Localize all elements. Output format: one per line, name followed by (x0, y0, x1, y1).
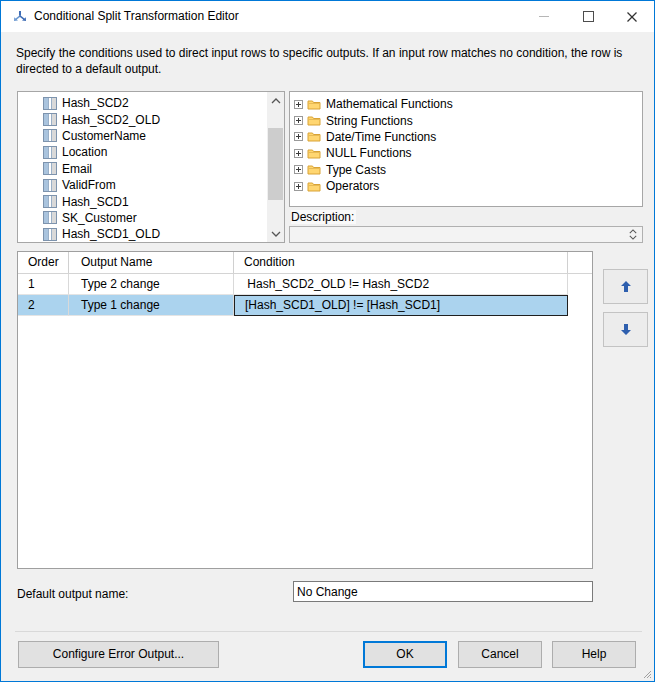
tree-item-column[interactable]: SK_Customer (43, 210, 284, 226)
column-icon (43, 113, 57, 126)
tree-item-column[interactable]: ValidFrom (43, 177, 284, 193)
folder-icon (307, 131, 321, 142)
tree-item-column[interactable]: Hash_SCD2 (43, 95, 284, 111)
tree-item-column[interactable]: CustomerName (43, 128, 284, 144)
expand-plus-icon[interactable] (294, 182, 303, 191)
grid-header-order[interactable]: Order (18, 252, 69, 273)
close-button[interactable] (610, 1, 654, 32)
expand-plus-icon[interactable] (294, 132, 303, 141)
bottom-separator (15, 631, 642, 632)
folder-icon (307, 164, 321, 175)
functions-tree-panel[interactable]: Mathematical Functions String Functions … (289, 91, 643, 207)
columns-tree-items: Hash_SCD2 Hash_SCD2_OLD CustomerName Loc… (18, 92, 284, 243)
folder-icon (307, 115, 321, 126)
maximize-button[interactable] (566, 1, 610, 32)
dialog-description: Specify the conditions used to direct in… (16, 45, 633, 77)
tree-item-column[interactable]: Location (43, 144, 284, 160)
configure-error-output-button[interactable]: Configure Error Output... (18, 641, 219, 668)
close-icon (626, 11, 638, 23)
scroll-up-arrow[interactable] (267, 92, 284, 109)
ok-button[interactable]: OK (363, 641, 447, 668)
folder-icon (307, 181, 321, 192)
description-field-label: Description: (291, 210, 356, 224)
move-condition-down-button[interactable] (603, 312, 648, 347)
column-label: Hash_SCD2 (62, 96, 129, 110)
grid-cell-output-name[interactable]: Type 2 change (69, 274, 234, 295)
function-group-label: NULL Functions (326, 146, 412, 160)
folder-icon (307, 148, 321, 159)
column-label: SK_Customer (62, 211, 137, 225)
column-label: Hash_SCD1_OLD (62, 227, 160, 241)
tree-item-function-group[interactable]: Mathematical Functions (294, 96, 642, 112)
tree-item-function-group[interactable]: Date/Time Functions (294, 129, 642, 145)
column-icon (43, 97, 57, 110)
column-label: Hash_SCD1 (62, 195, 129, 209)
grid-cell-order[interactable]: 1 (18, 274, 69, 295)
grid-header-condition[interactable]: Condition (234, 252, 568, 273)
grid-cell-condition[interactable]: Hash_SCD2_OLD != Hash_SCD2 (234, 274, 568, 295)
function-group-label: Mathematical Functions (326, 97, 453, 111)
tree-item-column[interactable]: Hash_SCD1 (43, 193, 284, 209)
function-group-label: Operators (326, 179, 379, 193)
tree-item-column[interactable]: Email (43, 161, 284, 177)
arrow-up-icon (621, 281, 631, 292)
column-icon (43, 129, 57, 142)
spinner-arrows[interactable] (627, 227, 639, 242)
column-icon (43, 195, 57, 208)
grid-cell-condition-focused[interactable]: [Hash_SCD1_OLD] != [Hash_SCD1] (234, 295, 568, 316)
expand-plus-icon[interactable] (294, 165, 303, 174)
functions-tree-items: Mathematical Functions String Functions … (290, 92, 642, 194)
title-bar[interactable]: Conditional Split Transformation Editor (1, 1, 654, 32)
window-title: Conditional Split Transformation Editor (34, 1, 239, 32)
grid-row-2-selected[interactable]: 2 Type 1 change [Hash_SCD1_OLD] != [Hash… (18, 295, 592, 316)
expand-plus-icon[interactable] (294, 116, 303, 125)
column-label: CustomerName (62, 129, 146, 143)
function-group-label: Date/Time Functions (326, 130, 436, 144)
chevron-up-icon (629, 229, 637, 234)
arrow-down-icon (621, 324, 631, 335)
column-icon (43, 146, 57, 159)
chevron-up-icon (271, 98, 281, 104)
conditions-grid[interactable]: Order Output Name Condition 1 Type 2 cha… (17, 251, 593, 569)
column-label: Email (62, 162, 92, 176)
column-icon (43, 228, 57, 241)
conditional-split-editor-window: Conditional Split Transformation Editor … (0, 0, 655, 682)
column-label: ValidFrom (62, 178, 116, 192)
grid-header-row: Order Output Name Condition (18, 252, 592, 274)
expand-plus-icon[interactable] (294, 149, 303, 158)
expand-plus-icon[interactable] (294, 100, 303, 109)
function-group-label: String Functions (326, 114, 413, 128)
function-group-label: Type Casts (326, 163, 386, 177)
tree-item-function-group[interactable]: NULL Functions (294, 145, 642, 161)
grid-cell-output-name[interactable]: Type 1 change (69, 295, 234, 316)
resize-grip[interactable] (643, 670, 652, 679)
default-output-name-label: Default output name: (17, 587, 128, 601)
grid-header-output-name[interactable]: Output Name (69, 252, 234, 273)
maximize-icon (583, 11, 594, 22)
column-label: Hash_SCD2_OLD (62, 113, 160, 127)
tree-item-column[interactable]: Hash_SCD2_OLD (43, 111, 284, 127)
minimize-button (522, 1, 566, 32)
tree-item-function-group[interactable]: Type Casts (294, 162, 642, 178)
column-label: Location (62, 145, 107, 159)
help-button[interactable]: Help (552, 641, 636, 668)
chevron-down-icon (271, 231, 281, 237)
column-icon (43, 179, 57, 192)
columns-tree-scrollbar[interactable] (267, 92, 284, 242)
tree-item-function-group[interactable]: Operators (294, 178, 642, 194)
tree-item-function-group[interactable]: String Functions (294, 112, 642, 128)
chevron-down-icon (629, 235, 637, 240)
scrollbar-thumb[interactable] (268, 128, 283, 200)
conditional-split-app-icon (12, 9, 28, 25)
default-output-name-input[interactable] (293, 581, 593, 602)
grid-cell-order[interactable]: 2 (18, 295, 69, 316)
description-field[interactable] (289, 226, 643, 243)
move-condition-up-button[interactable] (603, 269, 648, 304)
cancel-button[interactable]: Cancel (458, 641, 542, 668)
grid-row-1[interactable]: 1 Type 2 change Hash_SCD2_OLD != Hash_SC… (18, 274, 592, 295)
column-icon (43, 162, 57, 175)
tree-item-column[interactable]: Hash_SCD1_OLD (43, 226, 284, 242)
folder-icon (307, 99, 321, 110)
columns-tree-panel[interactable]: Hash_SCD2 Hash_SCD2_OLD CustomerName Loc… (17, 91, 285, 243)
scroll-down-arrow[interactable] (267, 225, 284, 242)
